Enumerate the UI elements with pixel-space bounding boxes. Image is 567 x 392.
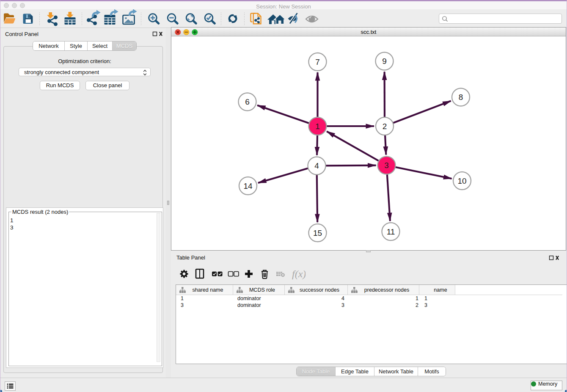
- svg-text:11: 11: [387, 227, 395, 236]
- svg-text:3: 3: [384, 161, 389, 170]
- svg-text:9: 9: [382, 57, 387, 66]
- svg-text:f(x): f(x): [292, 268, 306, 279]
- svg-text:15: 15: [313, 229, 322, 237]
- svg-text:8: 8: [459, 93, 463, 102]
- svg-text:6: 6: [245, 97, 250, 106]
- svg-text:10: 10: [457, 177, 466, 185]
- svg-text:14: 14: [243, 182, 253, 190]
- svg-text:1: 1: [315, 122, 320, 131]
- svg-text:7: 7: [315, 58, 320, 66]
- svg-text:4: 4: [314, 161, 319, 170]
- svg-text:2: 2: [383, 122, 387, 131]
